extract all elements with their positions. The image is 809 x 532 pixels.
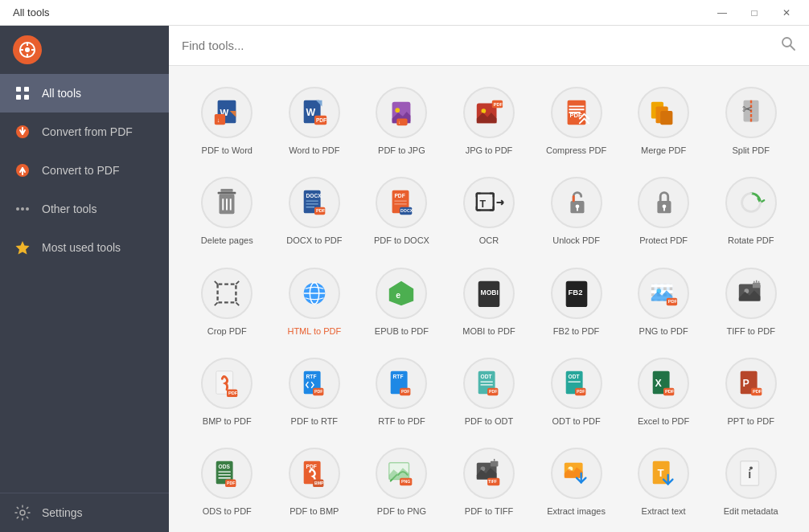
tool-pdf-to-tiff[interactable]: TIFF PDF to TIFF [447, 440, 532, 523]
svg-point-176 [749, 467, 753, 470]
svg-rect-9 [24, 95, 29, 100]
tool-label-rtf-to-pdf: RTF to PDF [378, 415, 425, 427]
svg-text:T: T [480, 198, 487, 210]
tool-label-pdf-to-rtf: PDF to RTF [291, 415, 338, 427]
tool-label-mobi-to-pdf: MOBI to PDF [462, 325, 515, 337]
tool-excel-to-pdf[interactable]: X PDF Excel to PDF [622, 350, 706, 433]
tool-unlock-pdf[interactable]: Unlock PDF [534, 169, 618, 252]
tool-icon-docx-to-pdf: DOCX PDF [289, 177, 340, 228]
app-logo [13, 35, 42, 64]
tool-merge-pdf[interactable]: Merge PDF [622, 79, 706, 162]
svg-point-18 [20, 510, 25, 515]
tool-pdf-to-word[interactable]: W ↓ PDF to Word [185, 79, 269, 162]
tool-label-pdf-to-docx: PDF to DOCX [374, 235, 429, 246]
sidebar-item-other-tools[interactable]: Other tools [0, 190, 169, 228]
svg-text:MOBI: MOBI [481, 288, 499, 296]
tool-bmp-to-pdf[interactable]: PDF BMP to PDF [185, 350, 269, 433]
tool-split-pdf[interactable]: ✂ Split PDF [708, 79, 793, 162]
tool-png-to-pdf[interactable]: PDF PNG to PDF [622, 260, 706, 343]
tool-label-ods-to-pdf: ODS to PDF [203, 505, 252, 517]
tool-fb2-to-pdf[interactable]: FB2 FB2 to PDF [534, 260, 618, 343]
tool-docx-to-pdf[interactable]: DOCX PDF DOCX to PDF [273, 169, 357, 252]
tool-icon-rtf-to-pdf: RTF PDF [376, 358, 427, 409]
close-button[interactable]: ✕ [770, 0, 803, 26]
tool-jpg-to-pdf[interactable]: PDF JPG to PDF [447, 79, 532, 162]
tool-icon-pdf-to-odt: ODT PDF [463, 358, 515, 409]
settings-item[interactable]: Settings [0, 493, 169, 532]
tool-pdf-to-docx[interactable]: PDF DOCX PDF to DOCX [359, 169, 444, 252]
sidebar-item-convert-to-pdf-label: Convert to PDF [42, 164, 119, 177]
sidebar-item-convert-to-pdf[interactable]: Convert to PDF [0, 151, 169, 190]
tool-odt-to-pdf[interactable]: ODT PDF ODT to PDF [534, 350, 618, 433]
tool-compress-pdf[interactable]: PDF Compress PDF [534, 79, 618, 162]
svg-text:DOCX: DOCX [306, 194, 322, 199]
tool-icon-protect-pdf [638, 177, 689, 228]
tool-pdf-to-rtf[interactable]: RTF PDF PDF to RTF [273, 350, 357, 433]
tool-extract-text[interactable]: T Extract text [622, 440, 706, 523]
tool-icon-rotate-pdf [725, 177, 777, 228]
tool-tiff-to-pdf[interactable]: TIFF to PDF [708, 260, 793, 343]
tool-icon-bmp-to-pdf: PDF [201, 358, 253, 409]
svg-rect-50 [221, 189, 233, 192]
tool-mobi-to-pdf[interactable]: MOBI MOBI to PDF [447, 260, 532, 343]
svg-text:X: X [655, 378, 663, 389]
tool-ods-to-pdf[interactable]: ODS PDF ODS to PDF [185, 440, 269, 523]
tool-word-to-pdf[interactable]: W PDF Word to PDF [273, 79, 357, 162]
sidebar-item-all-tools[interactable]: All tools [0, 74, 169, 113]
tool-label-epub-to-pdf: EPUB to PDF [375, 325, 429, 337]
tool-icon-extract-images [551, 448, 602, 499]
tool-label-excel-to-pdf: Excel to PDF [638, 415, 689, 427]
arrow-down-icon [13, 122, 32, 141]
tool-protect-pdf[interactable]: Protect PDF [622, 169, 706, 252]
tool-label-odt-to-pdf: ODT to PDF [552, 415, 600, 427]
tool-icon-pdf-to-tiff: TIFF [463, 448, 515, 499]
tool-label-merge-pdf: Merge PDF [641, 145, 686, 156]
tool-label-pdf-to-odt: PDF to ODT [465, 415, 514, 427]
svg-text:P: P [742, 378, 749, 389]
sidebar: All tools Convert from PDF [0, 26, 169, 532]
dots-icon [13, 199, 32, 219]
tool-icon-word-to-pdf: W PDF [289, 87, 340, 138]
tool-edit-metadata[interactable]: i Edit metadata [708, 440, 793, 523]
search-icon[interactable] [780, 35, 796, 55]
tool-label-extract-text: Extract text [642, 505, 686, 517]
tool-rtf-to-pdf[interactable]: RTF PDF RTF to PDF [359, 350, 444, 433]
tool-extract-images[interactable]: Extract images [534, 440, 618, 523]
svg-rect-8 [16, 95, 21, 100]
tool-rotate-pdf[interactable]: Rotate PDF [708, 169, 793, 252]
sidebar-item-convert-from-pdf[interactable]: Convert from PDF [0, 113, 169, 151]
title-bar: All tools — □ ✕ [0, 0, 809, 26]
search-input[interactable] [182, 39, 774, 52]
tool-label-delete-pages: Delete pages [201, 235, 253, 246]
tool-pdf-to-jpg[interactable]: ↓ PDF to JPG [359, 79, 444, 162]
tool-pdf-to-png[interactable]: PNG PDF to PNG [359, 440, 444, 523]
tool-icon-compress-pdf: PDF [551, 87, 602, 138]
tool-html-to-pdf[interactable]: HTML to PDF [273, 260, 357, 343]
tool-label-pdf-to-png: PDF to PNG [377, 505, 426, 517]
svg-rect-88 [218, 284, 236, 302]
svg-text:T: T [658, 467, 664, 479]
minimize-button[interactable]: — [706, 0, 738, 26]
tool-label-split-pdf: Split PDF [732, 145, 769, 156]
svg-rect-6 [16, 87, 21, 92]
svg-text:PDF: PDF [577, 389, 585, 394]
svg-line-91 [215, 302, 218, 305]
tool-label-word-to-pdf: Word to PDF [289, 145, 339, 156]
maximize-button[interactable]: □ [738, 0, 770, 26]
svg-point-36 [481, 108, 486, 113]
tool-crop-pdf[interactable]: Crop PDF [185, 260, 269, 343]
tool-epub-to-pdf[interactable]: e EPUB to PDF [359, 260, 444, 343]
svg-point-14 [16, 207, 19, 211]
sidebar-item-most-used[interactable]: Most used tools [0, 228, 169, 267]
tool-label-pdf-to-word: PDF to Word [202, 145, 253, 156]
tool-ocr[interactable]: T OCR [447, 169, 532, 252]
tool-pdf-to-odt[interactable]: ODT PDF PDF to ODT [447, 350, 532, 433]
svg-text:PNG: PNG [401, 480, 410, 485]
tool-pdf-to-bmp[interactable]: PDF BMP PDF to BMP [273, 440, 357, 523]
sidebar-nav: All tools Convert from PDF [0, 74, 169, 493]
svg-text:PDF: PDF [494, 102, 503, 107]
tool-icon-split-pdf: ✂ [725, 87, 777, 138]
tool-delete-pages[interactable]: Delete pages [185, 169, 269, 252]
tool-ppt-to-pdf[interactable]: P PDF PPT to PDF [708, 350, 793, 433]
tool-icon-jpg-to-pdf: PDF [463, 87, 515, 138]
